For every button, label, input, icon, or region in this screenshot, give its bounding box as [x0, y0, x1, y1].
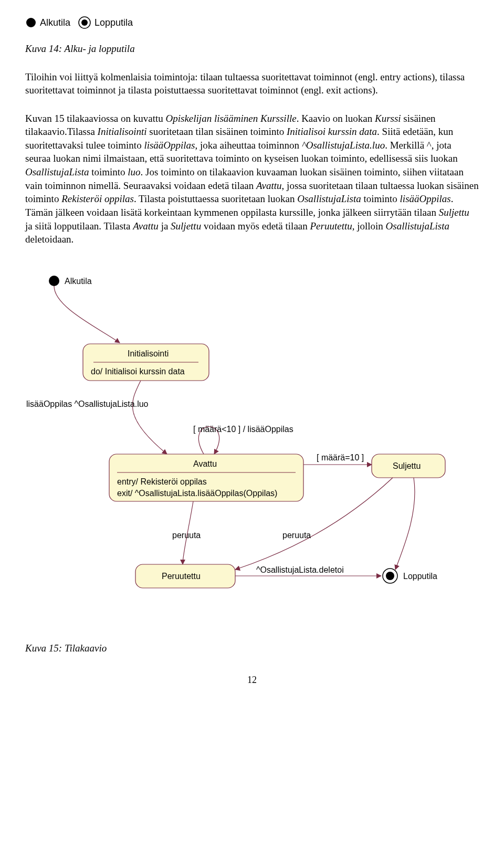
trans-init-to-avattu-label: lisääOppilas ^OsallistujaLista.luo	[26, 400, 149, 408]
page-number: 12	[25, 674, 479, 686]
state-avattu-exit: exit/ ^OsallistujaLista.lisääOppilas(Opp…	[117, 489, 277, 498]
p2-i17: OsallistujaLista	[386, 220, 449, 232]
trans-suljettu-to-lopputila	[395, 478, 415, 570]
p2-t13: ja siitä lopputilaan. Tilasta	[25, 220, 133, 232]
state-initialisointi-title: Initialisointi	[128, 349, 169, 358]
trans-suljettu-peruuta-label: peruuta	[282, 531, 311, 540]
state-initialisointi-do: do/ Initialisoi kurssin data	[91, 367, 185, 376]
paragraph-2: Kuvan 15 tilakaaviossa on kuvattu Opiske…	[25, 112, 479, 246]
p2-i15: Suljettu	[171, 220, 201, 232]
initial-state-label: Alkutila	[65, 277, 92, 286]
final-state-inner	[386, 572, 394, 580]
legend-lopputila-label: Lopputila	[94, 16, 133, 29]
p2-t5: , joka aiheuttaa toiminnon	[195, 140, 302, 151]
paragraph-1: Tiloihin voi liittyä kolmenlaisia toimin…	[25, 70, 479, 97]
p2-i14: Avattu	[133, 220, 159, 232]
initial-state-icon	[25, 17, 37, 28]
p2-i1: Opiskelijan lisääminen Kurssille	[166, 113, 297, 124]
p2-i9: Avattu	[256, 180, 282, 191]
legend-alkutila-label: Alkutila	[40, 16, 70, 29]
figure-14-caption: Kuva 14: Alku- ja lopputila	[25, 42, 479, 56]
p2-i6: ^OsallistujaLista.luo	[302, 140, 385, 151]
p2-t16: , jolloin	[352, 220, 386, 232]
final-state-icon	[78, 16, 91, 29]
p2-t15: voidaan myös edetä tilaan	[201, 220, 310, 232]
p2-t3: suoritetaan tilan sisäinen toiminto	[147, 126, 287, 137]
p2-t17: deletoidaan.	[25, 234, 74, 245]
paragraph-1-text: Tiloihin voi liittyä kolmenlaisia toimin…	[25, 71, 465, 96]
trans-avattu-selfloop-label: [ määrä<10 ] / lisääOppilas	[193, 425, 293, 434]
state-symbol-legend: Alkutila Lopputila	[25, 16, 479, 29]
p2-i13: Suljettu	[439, 207, 469, 218]
final-state-label: Lopputila	[403, 572, 437, 581]
p2-i10: Rekisteröi oppilas	[61, 193, 134, 204]
p2-t0: Kuvan 15 tilakaaviossa on kuvattu	[25, 113, 166, 124]
p2-t7: toiminto	[89, 166, 128, 177]
p2-i11: OsallistujaLista	[297, 193, 361, 204]
p2-i4: Initialisoi kurssin data	[287, 126, 377, 137]
p2-t14: ja	[159, 220, 171, 232]
svg-point-2	[81, 19, 88, 26]
state-avattu-entry: entry/ Rekisteröi oppilas	[117, 477, 207, 486]
state-avattu-title: Avattu	[193, 459, 217, 468]
legend-alkutila: Alkutila	[25, 16, 70, 29]
body-text: Tiloihin voi liittyä kolmenlaisia toimin…	[25, 70, 479, 246]
p2-i8: luo	[128, 166, 140, 177]
state-diagram: Alkutila Initialisointi do/ Initialisoi …	[25, 270, 479, 631]
p2-i16: Peruutettu	[310, 220, 352, 232]
state-peruutettu-title: Peruutettu	[162, 572, 201, 581]
p2-t1: . Kaavio on luokan	[297, 113, 375, 124]
svg-point-0	[26, 18, 36, 27]
trans-init-to-avattu	[132, 381, 167, 454]
p2-i7: OsallistujaLista	[25, 166, 89, 177]
legend-lopputila: Lopputila	[78, 16, 133, 29]
trans-avattu-to-suljettu-label: [ määrä=10 ]	[317, 453, 364, 462]
initial-state-node	[49, 276, 59, 286]
p2-i5: lisääOppilas	[144, 140, 195, 151]
p2-t11: toiminto	[361, 193, 400, 204]
figure-15-caption: Kuva 15: Tilakaavio	[25, 642, 479, 655]
trans-peruutettu-label: ^OsallistujaLista.deletoi	[256, 565, 344, 574]
p2-i3: Initialisointi	[98, 126, 147, 137]
p2-i12: lisääOppilas	[400, 193, 451, 204]
p2-t10: . Tilasta poistuttaessa suoritetaan luok…	[134, 193, 297, 204]
trans-initial-to-init	[54, 286, 120, 343]
p2-i2: Kurssi	[375, 113, 401, 124]
state-suljettu-title: Suljettu	[393, 461, 421, 470]
trans-avattu-peruuta-label: peruuta	[172, 531, 201, 540]
